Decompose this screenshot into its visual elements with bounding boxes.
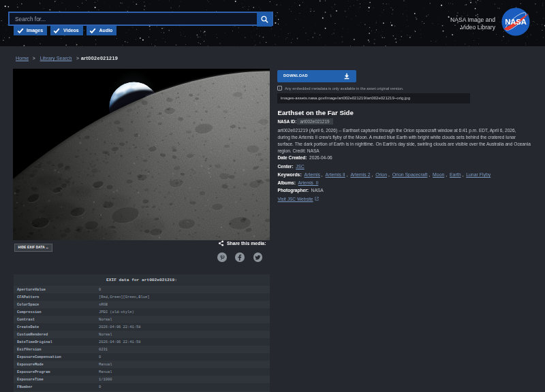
svg-text:NASA: NASA [505,17,526,25]
